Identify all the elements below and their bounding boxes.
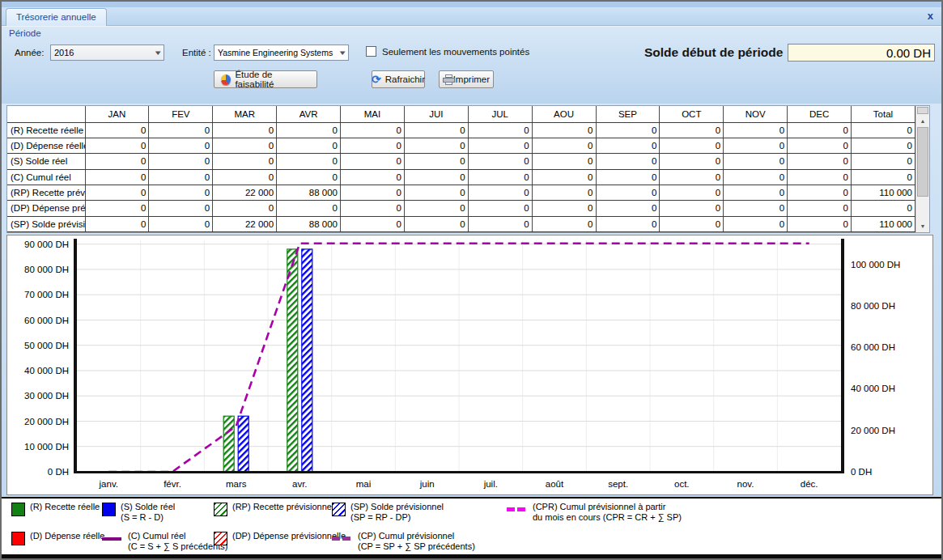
column-header: AVR xyxy=(277,106,341,122)
tab-bar: Trésorerie annuelle x xyxy=(2,7,941,26)
scroll-track[interactable] xyxy=(916,197,929,220)
entity-select[interactable]: Yasmine Engineering Systems ▾ xyxy=(214,45,349,61)
print-button-label: Imprimer xyxy=(453,74,490,84)
printer-icon xyxy=(443,74,449,85)
row-label: (SP) Solde prévisi. xyxy=(7,216,85,231)
legend-column: (S) Solde réel(S = R - D)(C) Cumul réel(… xyxy=(102,502,227,560)
column-header: DEC xyxy=(788,106,852,122)
column-header: MAR xyxy=(213,106,277,122)
scroll-thumb[interactable] xyxy=(917,127,928,197)
period-group-title: Période xyxy=(9,28,41,38)
column-header: Total xyxy=(852,106,915,122)
pointed-movements-checkbox[interactable] xyxy=(366,46,376,57)
table-cell: 0 xyxy=(532,138,596,153)
svg-text:50 000 DH: 50 000 DH xyxy=(24,341,69,350)
table-cell: 0 xyxy=(596,185,660,200)
table-cell: 0 xyxy=(724,185,788,200)
table-cell: 0 xyxy=(404,138,468,153)
table-cell: 0 xyxy=(660,154,724,169)
table-cell: 0 xyxy=(341,201,405,216)
table-cell: 0 xyxy=(85,185,149,200)
table-cell: 0 xyxy=(596,122,660,138)
table-cell: 0 xyxy=(341,138,405,153)
bar xyxy=(238,416,248,472)
column-header: MAI xyxy=(341,106,405,122)
svg-text:100 000 DH: 100 000 DH xyxy=(851,260,900,269)
svg-text:déc.: déc. xyxy=(801,479,818,489)
table-cell: 0 xyxy=(596,154,660,169)
table-cell: 0 xyxy=(341,169,405,185)
table-row: (R) Recette réelle0000000000000 xyxy=(7,122,915,138)
legend-dashedline-swatch xyxy=(332,532,353,545)
table-cell: 0 xyxy=(724,201,788,216)
svg-text:mars: mars xyxy=(226,479,247,489)
legend-label: (SP) Solde prévisionnel(SP = RP - DP) xyxy=(350,502,444,523)
legend-column: (CPR) Cumul prévisionnel à partirdu mois… xyxy=(507,502,682,531)
legend-item: (D) Dépense réelle xyxy=(11,531,104,554)
table-cell: 0 xyxy=(532,154,596,169)
refresh-button[interactable]: ⟳ Rafraichir xyxy=(372,70,425,88)
table-cell: 0 xyxy=(660,185,724,200)
legend-item: (R) Recette réelle xyxy=(11,502,104,524)
table-cell: 0 xyxy=(85,138,149,153)
entity-value: Yasmine Engineering Systems xyxy=(218,48,333,57)
table-cell: 0 xyxy=(724,154,788,169)
table-cell: 0 xyxy=(468,138,532,153)
table-cell: 0 xyxy=(85,169,149,185)
tab-treasury-annual[interactable]: Trésorerie annuelle xyxy=(6,8,107,26)
svg-text:janv.: janv. xyxy=(99,479,118,489)
scroll-up-button[interactable]: ▲ xyxy=(916,115,929,127)
legend-item: (C) Cumul réel(C = S + ∑ S précédents) xyxy=(102,531,227,554)
feasibility-button[interactable]: Étude de faisabilité xyxy=(214,70,317,88)
table-body: (R) Recette réelle0000000000000(D) Dépen… xyxy=(7,122,915,232)
table-cell: 0 xyxy=(660,201,724,216)
legend-item: (CPR) Cumul prévisionnel à partirdu mois… xyxy=(507,502,682,524)
treasury-chart-panel: 0 DH10 000 DH20 000 DH30 000 DH40 000 DH… xyxy=(6,235,933,495)
opening-balance-field[interactable]: 0.00 DH xyxy=(788,44,935,62)
column-header: JUL xyxy=(468,106,532,122)
table-cell: 0 xyxy=(85,122,149,138)
table-cell: 0 xyxy=(404,216,468,231)
svg-text:0 DH: 0 DH xyxy=(48,467,69,477)
table-row: (DP) Dépense prévi0000000000000 xyxy=(7,201,915,216)
legend-item: (RP) Recette prévisionnelle xyxy=(214,502,346,524)
row-label: (RP) Recette prévisi xyxy=(7,185,85,200)
scroll-down-button[interactable]: ▼ xyxy=(916,220,929,232)
svg-text:oct.: oct. xyxy=(674,479,690,489)
svg-text:60 000 DH: 60 000 DH xyxy=(24,316,69,325)
svg-text:10 000 DH: 10 000 DH xyxy=(24,442,69,452)
table-cell: 22 000 xyxy=(213,185,277,200)
table-cell: 0 xyxy=(468,169,532,185)
legend-hatch-swatch xyxy=(214,532,227,545)
print-button[interactable]: Imprimer xyxy=(439,70,494,88)
svg-text:70 000 DH: 70 000 DH xyxy=(24,290,69,299)
year-select[interactable]: 2016 ▾ xyxy=(50,45,164,61)
column-header: JUI xyxy=(404,106,468,122)
row-label: (DP) Dépense prévi xyxy=(7,201,85,216)
legend-hatch-swatch xyxy=(214,503,227,516)
svg-text:40 000 DH: 40 000 DH xyxy=(851,384,895,393)
table-scrollbar[interactable]: ▲ ▼ xyxy=(915,106,929,232)
table-cell: 0 xyxy=(277,201,341,216)
close-icon[interactable]: x xyxy=(928,10,933,23)
table-cell: 0 xyxy=(213,201,277,216)
table-cell: 0 xyxy=(596,138,660,153)
refresh-button-label: Rafraichir xyxy=(385,74,425,84)
year-label: Année: xyxy=(15,48,44,57)
table-cell: 0 xyxy=(404,169,468,185)
svg-text:avr.: avr. xyxy=(292,479,308,489)
scrollbar-gripper[interactable] xyxy=(917,107,928,114)
legend-item: (DP) Dépense prévisionnelle xyxy=(214,531,346,554)
table-cell: 0 xyxy=(660,169,724,185)
legend-dashedline-swatch xyxy=(507,503,528,516)
table-cell: 0 xyxy=(788,216,852,231)
table-cell: 0 xyxy=(660,122,724,138)
table-cell: 0 xyxy=(149,122,213,138)
legend-solid-swatch xyxy=(11,532,25,545)
table-cell: 0 xyxy=(404,201,468,216)
left-axis-labels: 0 DH10 000 DH20 000 DH30 000 DH40 000 DH… xyxy=(24,240,69,477)
year-value: 2016 xyxy=(54,48,74,57)
legend-solidline-swatch xyxy=(102,532,123,545)
bar xyxy=(302,249,312,472)
table-cell: 0 xyxy=(532,185,596,200)
